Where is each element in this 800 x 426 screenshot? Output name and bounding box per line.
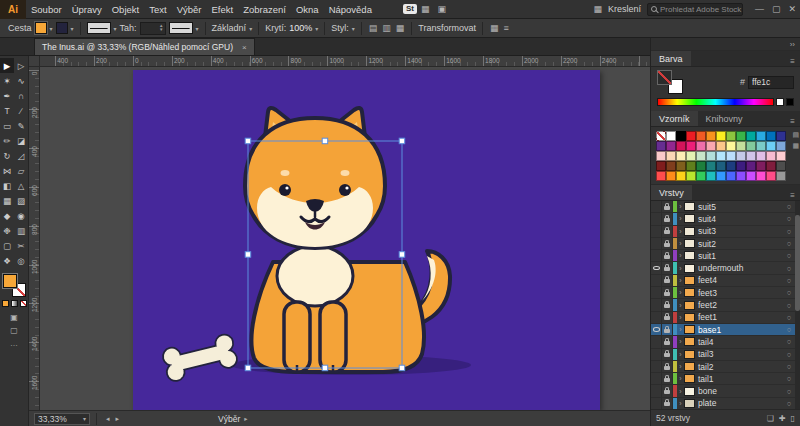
scrollbar-thumb[interactable]: [795, 215, 800, 311]
target-circle[interactable]: ○: [784, 264, 794, 273]
tool-pen[interactable]: ✒: [0, 88, 14, 103]
new-layer-icon[interactable]: ✚: [779, 414, 786, 423]
swatch[interactable]: [746, 151, 756, 161]
stroke-weight-preview[interactable]: [87, 22, 111, 34]
swatch[interactable]: [696, 171, 706, 181]
fill-swatch[interactable]: [657, 70, 672, 85]
tool-type[interactable]: T: [0, 103, 14, 118]
swatch[interactable]: [666, 141, 676, 151]
layer-row[interactable]: ›tail1○: [651, 373, 800, 385]
opacity-value[interactable]: 100%: [289, 23, 312, 33]
swatch[interactable]: [676, 131, 686, 141]
tool-rectangle[interactable]: ▭: [0, 118, 14, 133]
visibility-toggle[interactable]: [651, 336, 662, 347]
swatch[interactable]: [656, 141, 666, 151]
swatch[interactable]: [666, 161, 676, 171]
target-circle[interactable]: ○: [784, 337, 794, 346]
target-circle[interactable]: ○: [784, 239, 794, 248]
layer-name[interactable]: tail4: [695, 337, 784, 347]
swatch[interactable]: [726, 151, 736, 161]
target-circle[interactable]: ○: [784, 214, 794, 223]
close-button[interactable]: ✕: [784, 0, 800, 19]
swatch[interactable]: [716, 141, 726, 151]
menu-item[interactable]: Soubor: [26, 0, 67, 19]
layer-name[interactable]: feet2: [695, 300, 784, 310]
swatch[interactable]: [726, 171, 736, 181]
swatch[interactable]: [726, 141, 736, 151]
tool-slice[interactable]: ✂: [14, 238, 28, 253]
target-circle[interactable]: ○: [784, 227, 794, 236]
expand-arrow[interactable]: ›: [677, 326, 684, 333]
swatch[interactable]: [716, 161, 726, 171]
lock-toggle[interactable]: [662, 385, 673, 396]
lock-toggle[interactable]: [662, 349, 673, 360]
tool-shape-builder[interactable]: ◧: [0, 178, 14, 193]
tool-pencil[interactable]: ✏: [0, 133, 14, 148]
swatch[interactable]: [716, 151, 726, 161]
app-logo[interactable]: Ai: [0, 0, 26, 19]
shiba-artwork[interactable]: [133, 70, 600, 410]
layer-row[interactable]: ›suit1○: [651, 250, 800, 262]
black-swatch[interactable]: [786, 98, 794, 106]
swatch[interactable]: [686, 171, 696, 181]
layer-row[interactable]: ›suit4○: [651, 213, 800, 225]
swatch[interactable]: [676, 171, 686, 181]
tool-magic-wand[interactable]: ✶: [0, 73, 14, 88]
tool-curvature[interactable]: ∩: [14, 88, 28, 103]
none-mode-button[interactable]: [20, 300, 27, 307]
transform-button[interactable]: Transformovat: [418, 23, 476, 33]
target-circle[interactable]: ○: [784, 399, 794, 408]
target-circle[interactable]: ○: [784, 251, 794, 260]
layer-row[interactable]: ›suit2○: [651, 238, 800, 250]
white-swatch[interactable]: [776, 98, 784, 106]
layer-row[interactable]: ›feet2○: [651, 299, 800, 311]
layer-name[interactable]: feet3: [695, 288, 784, 298]
color-fill-stroke-widget[interactable]: [657, 70, 683, 94]
tab-swatches[interactable]: Vzorník: [651, 111, 698, 126]
delete-layer-icon[interactable]: ▯: [791, 414, 795, 423]
tool-zoom[interactable]: ◎: [14, 253, 28, 268]
swatch[interactable]: [696, 141, 706, 151]
align-icon[interactable]: ▥: [381, 23, 392, 33]
visibility-toggle[interactable]: [651, 213, 662, 224]
menu-item[interactable]: Nápověda: [324, 0, 377, 19]
stroke-weight-stepper[interactable]: ▲▼: [140, 22, 166, 35]
expand-arrow[interactable]: ›: [677, 400, 684, 407]
target-circle[interactable]: ○: [784, 362, 794, 371]
lock-toggle[interactable]: [662, 250, 673, 261]
target-circle[interactable]: ○: [784, 202, 794, 211]
tab-color[interactable]: Barva: [651, 51, 691, 66]
swatch[interactable]: [756, 141, 766, 151]
layer-name[interactable]: undermouth: [695, 263, 784, 273]
swatch[interactable]: [696, 131, 706, 141]
tool-scale[interactable]: ◿: [14, 148, 28, 163]
visibility-toggle[interactable]: [651, 299, 662, 310]
tool-lasso[interactable]: ∿: [14, 73, 28, 88]
swatch[interactable]: [756, 161, 766, 171]
layer-row[interactable]: ›feet1○: [651, 312, 800, 324]
menu-item[interactable]: Výběr: [172, 0, 207, 19]
visibility-toggle[interactable]: [651, 324, 662, 335]
tool-direct-selection[interactable]: ▷: [14, 58, 28, 73]
lock-toggle[interactable]: [662, 213, 673, 224]
layer-name[interactable]: bone: [695, 386, 784, 396]
swatch[interactable]: [746, 131, 756, 141]
prev-artboard-icon[interactable]: ◂: [103, 415, 113, 423]
swatch[interactable]: [736, 171, 746, 181]
align-icon[interactable]: ▤: [368, 23, 379, 33]
expand-arrow[interactable]: ›: [677, 215, 684, 222]
expand-arrow[interactable]: ›: [677, 388, 684, 395]
layer-name[interactable]: suit3: [695, 226, 784, 236]
layer-name[interactable]: plate: [695, 398, 784, 408]
workspace-switcher[interactable]: Kreslení: [606, 4, 647, 14]
swatch[interactable]: [756, 131, 766, 141]
expand-arrow[interactable]: ›: [677, 351, 684, 358]
zoom-dropdown[interactable]: 33,33% ▾: [34, 413, 90, 425]
visibility-toggle[interactable]: [651, 349, 662, 360]
expand-arrow[interactable]: ›: [677, 302, 684, 309]
swatch[interactable]: [756, 151, 766, 161]
layer-name[interactable]: tail1: [695, 374, 784, 384]
tool-perspective-grid[interactable]: △: [14, 178, 28, 193]
lock-toggle[interactable]: [662, 361, 673, 372]
layer-row[interactable]: ›base1○: [651, 324, 800, 336]
